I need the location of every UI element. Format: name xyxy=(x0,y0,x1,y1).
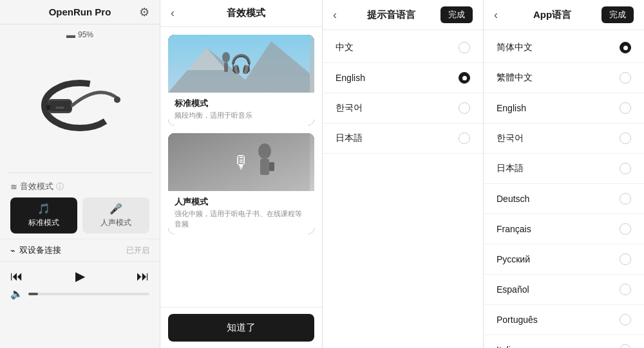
volume-bar[interactable] xyxy=(28,293,149,295)
prompt-lang-item[interactable]: English xyxy=(323,63,483,93)
next-button[interactable]: ⏭ xyxy=(137,269,149,284)
app-lang-item[interactable]: Português xyxy=(484,305,644,335)
prompt-lang-name: 한국어 xyxy=(336,102,363,114)
voice-mode-label: 人声模式 xyxy=(100,217,131,228)
app-lang-name: 日本語 xyxy=(497,163,524,174)
sound-cards-list: 🎧 标准模式 频段均衡，适用于听音乐 xyxy=(160,27,322,307)
app-lang-name: Español xyxy=(497,284,529,295)
svg-text:shokz: shokz xyxy=(55,105,64,109)
voice-mode-button[interactable]: 🎤 人声模式 xyxy=(82,197,149,234)
prompt-lang-back-button[interactable]: ‹ xyxy=(333,8,337,22)
standard-card-name: 标准模式 xyxy=(175,98,308,109)
battery-row: ▬ 95% xyxy=(66,24,93,41)
svg-point-9 xyxy=(222,52,230,62)
prompt-lang-radio xyxy=(459,72,470,84)
mode-buttons: 🎵 标准模式 🎤 人声模式 xyxy=(10,197,149,234)
connect-label: ⌁ 双设备连接 xyxy=(10,244,61,256)
voice-card-name: 人声模式 xyxy=(175,196,308,208)
app-lang-radio xyxy=(620,72,631,84)
prompt-lang-item[interactable]: 日本語 xyxy=(323,124,483,154)
prompt-lang-header: ‹ 提示音语言 完成 xyxy=(323,0,483,30)
prompt-lang-name: English xyxy=(336,73,365,83)
sound-mode-title: 音效模式 xyxy=(180,7,312,19)
prompt-lang-item[interactable]: 中文 xyxy=(323,33,483,63)
app-lang-item[interactable]: English xyxy=(484,93,644,124)
app-lang-item[interactable]: Français xyxy=(484,214,644,244)
standard-mode-card[interactable]: 🎧 标准模式 频段均衡，适用于听音乐 xyxy=(168,35,314,125)
prompt-lang-name: 日本語 xyxy=(336,133,363,144)
app-lang-radio xyxy=(620,163,631,174)
app-lang-done-button[interactable]: 完成 xyxy=(601,6,634,23)
info-icon: ⓘ xyxy=(56,181,64,192)
volume-fill xyxy=(28,293,38,295)
prompt-lang-radio xyxy=(459,133,470,144)
voice-card-desc: 强化中频，适用于听电子书、在线课程等音频 xyxy=(175,209,308,229)
app-lang-radio xyxy=(620,314,631,325)
standard-card-icon: 🎧 xyxy=(230,53,252,75)
app-lang-header: ‹ App语言 完成 xyxy=(484,0,644,30)
app-lang-item[interactable]: 日本語 xyxy=(484,154,644,184)
standard-card-desc: 频段均衡，适用于听音乐 xyxy=(175,111,308,120)
app-lang-radio xyxy=(620,133,631,144)
prompt-lang-title: 提示音语言 xyxy=(342,9,440,21)
svg-rect-5 xyxy=(46,105,50,110)
svg-point-12 xyxy=(258,143,271,159)
standard-mode-button[interactable]: 🎵 标准模式 xyxy=(10,197,77,234)
connect-text: 双设备连接 xyxy=(19,244,61,256)
settings-button[interactable]: ⚙ xyxy=(139,5,149,19)
eq-icon: ≋ xyxy=(10,182,17,192)
player-controls: ⏮ ▶ ⏭ xyxy=(0,264,160,288)
app-lang-title: App语言 xyxy=(503,9,601,21)
app-lang-radio xyxy=(620,223,631,235)
voice-card-icon: 🎙 xyxy=(232,152,251,173)
sound-mode-header: ‹ 音效模式 xyxy=(160,0,322,27)
app-lang-name: Deutsch xyxy=(497,194,529,204)
app-lang-item[interactable]: 简体中文 xyxy=(484,33,644,63)
sound-mode-back-button[interactable]: ‹ xyxy=(171,6,175,20)
standard-mode-label: 标准模式 xyxy=(28,217,59,228)
know-button[interactable]: 知道了 xyxy=(168,314,314,342)
prev-button[interactable]: ⏮ xyxy=(10,269,23,284)
prompt-lang-done-button[interactable]: 完成 xyxy=(440,6,473,23)
play-button[interactable]: ▶ xyxy=(75,268,85,284)
voice-card-info: 人声模式 强化中频，适用于听电子书、在线课程等音频 xyxy=(168,191,314,234)
headphone-image: shokz xyxy=(28,64,131,147)
device-image-area: shokz xyxy=(0,41,160,170)
app-lang-item[interactable]: Italiano xyxy=(484,335,644,348)
sound-mode-label: 音效模式 xyxy=(20,181,53,192)
voice-mode-card-image: 🎙 xyxy=(168,133,314,191)
app-lang-radio xyxy=(620,42,631,53)
svg-rect-10 xyxy=(224,62,228,72)
app-lang-name: Italiano xyxy=(497,345,526,348)
bluetooth-icon: ⌁ xyxy=(10,246,15,255)
app-lang-item[interactable]: Deutsch xyxy=(484,184,644,214)
device-panel: OpenRun Pro ⚙ ▬ 95% shokz ≋ 音效模式 ⓘ xyxy=(0,0,160,348)
app-lang-name: 한국어 xyxy=(497,133,524,144)
svg-point-4 xyxy=(114,96,120,103)
sound-mode-label-row: ≋ 音效模式 ⓘ xyxy=(10,181,149,192)
battery-icon: ▬ xyxy=(66,30,75,40)
device-title: OpenRun Pro xyxy=(49,6,111,17)
app-lang-name: English xyxy=(497,103,526,113)
app-lang-name: Português xyxy=(497,315,538,325)
app-language-panel: ‹ App语言 完成 简体中文繁體中文English한국어日本語DeutschF… xyxy=(483,0,644,348)
app-lang-name: 繁體中文 xyxy=(497,72,533,84)
app-lang-back-button[interactable]: ‹ xyxy=(494,8,498,22)
device-header: OpenRun Pro ⚙ xyxy=(0,0,160,24)
app-lang-radio xyxy=(620,284,631,295)
voice-mode-card[interactable]: 🎙 人声模式 强化中频，适用于听电子书、在线课程等音频 xyxy=(168,133,314,234)
app-lang-name: Русский xyxy=(497,254,530,264)
volume-row: 🔈 xyxy=(0,288,160,305)
app-lang-name: Français xyxy=(497,224,531,234)
app-lang-item[interactable]: 한국어 xyxy=(484,124,644,154)
prompt-lang-item[interactable]: 한국어 xyxy=(323,93,483,124)
know-btn-area: 知道了 xyxy=(160,307,322,348)
app-lang-item[interactable]: Español xyxy=(484,275,644,305)
prompt-lang-radio xyxy=(459,102,470,114)
sound-mode-section: ≋ 音效模式 ⓘ 🎵 标准模式 🎤 人声模式 xyxy=(0,176,160,236)
prompt-language-panel: ‹ 提示音语言 完成 中文English한국어日本語 xyxy=(322,0,483,348)
app-lang-radio xyxy=(620,344,631,348)
standard-mode-card-image: 🎧 xyxy=(168,35,314,93)
app-lang-item[interactable]: 繁體中文 xyxy=(484,63,644,93)
app-lang-item[interactable]: Русский xyxy=(484,244,644,275)
